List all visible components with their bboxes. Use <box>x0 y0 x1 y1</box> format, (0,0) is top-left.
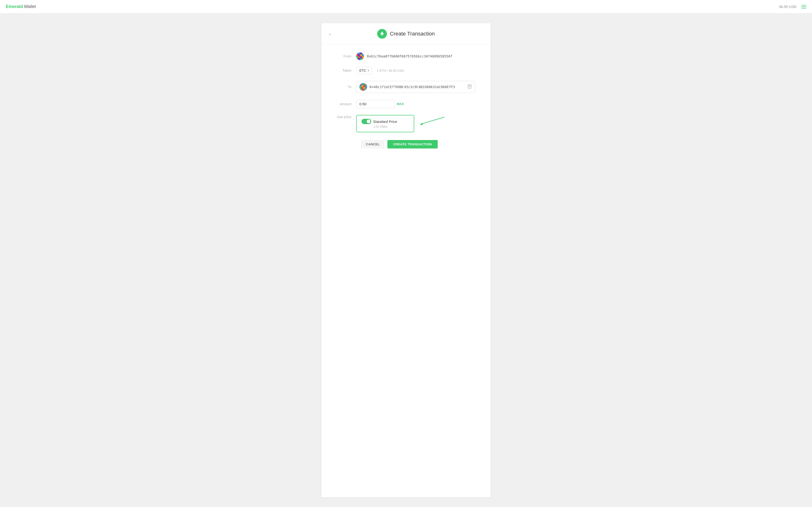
token-value-area: ETC ▾ 1 ETH / 36.55 USD <box>356 67 475 74</box>
svg-marker-7 <box>420 123 423 125</box>
gas-price-toggle[interactable] <box>361 119 371 124</box>
main-content: ‹ Create Transaction From <box>0 13 812 507</box>
gas-price-value: 2.52 GWei <box>373 125 409 128</box>
to-avatar <box>359 83 367 91</box>
transaction-card: ‹ Create Transaction From <box>321 23 491 497</box>
toggle-thumb <box>367 119 370 123</box>
svg-line-6 <box>420 117 445 124</box>
logo-emerald: Emerald <box>6 4 23 9</box>
token-label: Token <box>337 68 356 72</box>
logo-wallet: Wallet <box>24 4 36 9</box>
address-book-icon[interactable] <box>468 84 472 90</box>
card-header: ‹ Create Transaction <box>321 23 491 45</box>
topbar: Emerald Wallet 36.55 USD <box>0 0 812 13</box>
gas-price-label: Gas price <box>337 115 356 119</box>
from-address: 0x61c76aa8f7b600f6675765bbcc36f4089b5855… <box>367 54 452 58</box>
menu-icon[interactable] <box>801 5 806 8</box>
back-button[interactable]: ‹ <box>329 31 331 37</box>
token-selector[interactable]: ETC ▾ <box>356 67 372 74</box>
buttons-row: CANCEL CREATE TRANSACTION <box>361 140 475 149</box>
svg-rect-2 <box>468 84 471 89</box>
create-transaction-button[interactable]: CREATE TRANSACTION <box>388 140 438 149</box>
page-title: Create Transaction <box>390 31 435 37</box>
from-value: 0x61c76aa8f7b600f6675765bbcc36f4089b5855… <box>356 52 475 60</box>
gas-price-name: Standard Price <box>373 119 397 124</box>
to-input[interactable] <box>369 85 465 89</box>
to-row: To <box>337 81 475 93</box>
topbar-balance: 36.55 USD <box>779 5 797 9</box>
card-body: From <box>321 45 491 158</box>
cancel-button[interactable]: CANCEL <box>361 140 385 149</box>
arrow-annotation <box>418 116 447 131</box>
amount-wrapper: MAX <box>356 100 404 108</box>
gas-price-row: Gas price Standard Price 2.52 GWei <box>337 115 475 132</box>
from-label: From <box>337 54 356 58</box>
gas-price-box: Standard Price 2.52 GWei <box>356 115 414 132</box>
from-avatar <box>356 52 364 60</box>
gas-price-controls: Standard Price <box>361 119 409 124</box>
topbar-right: 36.55 USD <box>779 5 806 9</box>
token-chevron: ▾ <box>367 69 369 72</box>
card-title-area: Create Transaction <box>377 29 435 39</box>
max-button[interactable]: MAX <box>397 102 404 106</box>
amount-label: Amount <box>337 102 356 106</box>
to-input-wrapper[interactable] <box>356 81 475 93</box>
token-row: Token ETC ▾ 1 ETH / 36.55 USD <box>337 67 475 74</box>
token-balance: 1 ETH / 36.55 USD <box>377 69 404 72</box>
amount-input[interactable] <box>356 100 395 108</box>
from-row: From <box>337 52 475 60</box>
logo: Emerald Wallet <box>6 4 36 9</box>
amount-row: Amount MAX <box>337 100 475 108</box>
to-label: To <box>337 85 356 89</box>
eth-icon <box>377 29 387 39</box>
token-value: ETC <box>359 68 366 72</box>
